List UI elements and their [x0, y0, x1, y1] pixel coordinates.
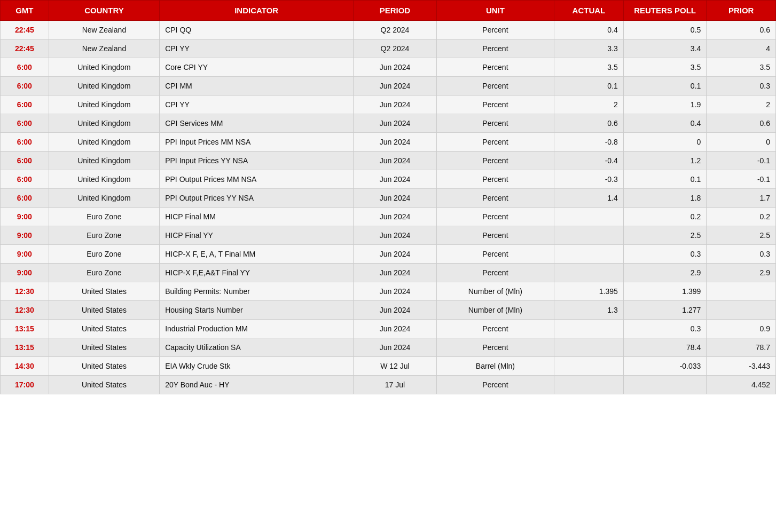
table-row: 9:00Euro ZoneHICP Final MMJun 2024Percen… [1, 208, 776, 226]
cell-indicator: PPI Input Prices MM NSA [160, 133, 354, 152]
cell-indicator: CPI Services MM [160, 114, 354, 133]
cell-reuters-poll: -0.033 [623, 357, 707, 376]
table-row: 22:45New ZealandCPI YYQ2 2024Percent3.33… [1, 39, 776, 58]
table-row: 13:15United StatesIndustrial Production … [1, 320, 776, 338]
cell-prior: 0.3 [707, 245, 776, 264]
table-row: 6:00United KingdomCPI MMJun 2024Percent0… [1, 77, 776, 96]
header-unit: UNIT [436, 1, 554, 21]
cell-reuters-poll: 1.2 [623, 152, 707, 170]
cell-unit: Percent [436, 77, 554, 96]
cell-unit: Number of (Mln) [436, 282, 554, 301]
cell-country: United States [49, 301, 159, 320]
cell-period: Jun 2024 [354, 152, 437, 170]
cell-indicator: HICP-X F,E,A&T Final YY [160, 264, 354, 282]
cell-actual [554, 208, 624, 226]
cell-actual: 2 [554, 96, 624, 114]
cell-unit: Percent [436, 96, 554, 114]
cell-unit: Percent [436, 320, 554, 338]
cell-prior: 2.9 [707, 264, 776, 282]
cell-gmt: 14:30 [1, 357, 49, 376]
cell-actual: -0.3 [554, 170, 624, 189]
cell-period: Jun 2024 [354, 264, 437, 282]
cell-period: Q2 2024 [354, 39, 437, 58]
cell-indicator: PPI Input Prices YY NSA [160, 152, 354, 170]
cell-reuters-poll: 0.1 [623, 170, 707, 189]
cell-actual: 0.6 [554, 114, 624, 133]
table-row: 6:00United KingdomPPI Output Prices YY N… [1, 189, 776, 208]
cell-gmt: 9:00 [1, 264, 49, 282]
table-row: 22:45New ZealandCPI QQQ2 2024Percent0.40… [1, 21, 776, 39]
cell-reuters-poll: 1.277 [623, 301, 707, 320]
cell-prior: -0.1 [707, 170, 776, 189]
header-indicator: INDICATOR [160, 1, 354, 21]
cell-period: 17 Jul [354, 376, 437, 394]
cell-reuters-poll: 1.8 [623, 189, 707, 208]
cell-unit: Percent [436, 208, 554, 226]
cell-indicator: PPI Output Prices YY NSA [160, 189, 354, 208]
cell-indicator: CPI QQ [160, 21, 354, 39]
cell-gmt: 6:00 [1, 114, 49, 133]
cell-unit: Percent [436, 114, 554, 133]
header-country: COUNTRY [49, 1, 159, 21]
cell-indicator: Building Permits: Number [160, 282, 354, 301]
cell-actual: 0.4 [554, 21, 624, 39]
cell-actual: 1.3 [554, 301, 624, 320]
cell-actual [554, 338, 624, 357]
cell-period: Jun 2024 [354, 189, 437, 208]
cell-prior: -0.1 [707, 152, 776, 170]
cell-period: Jun 2024 [354, 208, 437, 226]
cell-gmt: 6:00 [1, 152, 49, 170]
cell-unit: Percent [436, 21, 554, 39]
cell-period: Jun 2024 [354, 77, 437, 96]
cell-reuters-poll: 0.3 [623, 245, 707, 264]
table-row: 9:00Euro ZoneHICP Final YYJun 2024Percen… [1, 226, 776, 245]
cell-country: United Kingdom [49, 58, 159, 77]
cell-unit: Percent [436, 39, 554, 58]
cell-country: Euro Zone [49, 208, 159, 226]
cell-actual [554, 245, 624, 264]
cell-reuters-poll: 0.4 [623, 114, 707, 133]
cell-country: United Kingdom [49, 152, 159, 170]
cell-country: United States [49, 376, 159, 394]
cell-unit: Percent [436, 152, 554, 170]
cell-gmt: 9:00 [1, 208, 49, 226]
table-row: 6:00United KingdomCPI YYJun 2024Percent2… [1, 96, 776, 114]
cell-reuters-poll: 0.5 [623, 21, 707, 39]
cell-period: Jun 2024 [354, 226, 437, 245]
table-row: 6:00United KingdomPPI Input Prices YY NS… [1, 152, 776, 170]
cell-actual: 1.395 [554, 282, 624, 301]
table-body: 22:45New ZealandCPI QQQ2 2024Percent0.40… [1, 21, 776, 394]
cell-period: Jun 2024 [354, 170, 437, 189]
cell-period: Jun 2024 [354, 96, 437, 114]
cell-actual [554, 376, 624, 394]
cell-reuters-poll [623, 376, 707, 394]
cell-period: Jun 2024 [354, 320, 437, 338]
cell-prior: 78.7 [707, 338, 776, 357]
cell-prior: 0.3 [707, 77, 776, 96]
cell-period: Jun 2024 [354, 133, 437, 152]
cell-period: Jun 2024 [354, 245, 437, 264]
cell-period: Jun 2024 [354, 301, 437, 320]
cell-indicator: Housing Starts Number [160, 301, 354, 320]
cell-prior [707, 282, 776, 301]
cell-gmt: 9:00 [1, 226, 49, 245]
cell-gmt: 13:15 [1, 338, 49, 357]
cell-prior: 3.5 [707, 58, 776, 77]
cell-reuters-poll: 2.9 [623, 264, 707, 282]
cell-actual [554, 264, 624, 282]
cell-prior: 0.6 [707, 21, 776, 39]
cell-country: United Kingdom [49, 114, 159, 133]
cell-period: Jun 2024 [354, 114, 437, 133]
cell-prior: 0 [707, 133, 776, 152]
main-container: GMT COUNTRY INDICATOR PERIOD UNIT ACTUAL… [0, 0, 776, 532]
header-period: PERIOD [354, 1, 437, 21]
cell-actual: 1.4 [554, 189, 624, 208]
cell-prior: 4 [707, 39, 776, 58]
cell-gmt: 6:00 [1, 58, 49, 77]
cell-reuters-poll: 3.4 [623, 39, 707, 58]
header-actual: ACTUAL [554, 1, 624, 21]
header-gmt: GMT [1, 1, 49, 21]
cell-country: United States [49, 338, 159, 357]
table-row: 12:30United StatesHousing Starts NumberJ… [1, 301, 776, 320]
table-header-row: GMT COUNTRY INDICATOR PERIOD UNIT ACTUAL… [1, 1, 776, 21]
